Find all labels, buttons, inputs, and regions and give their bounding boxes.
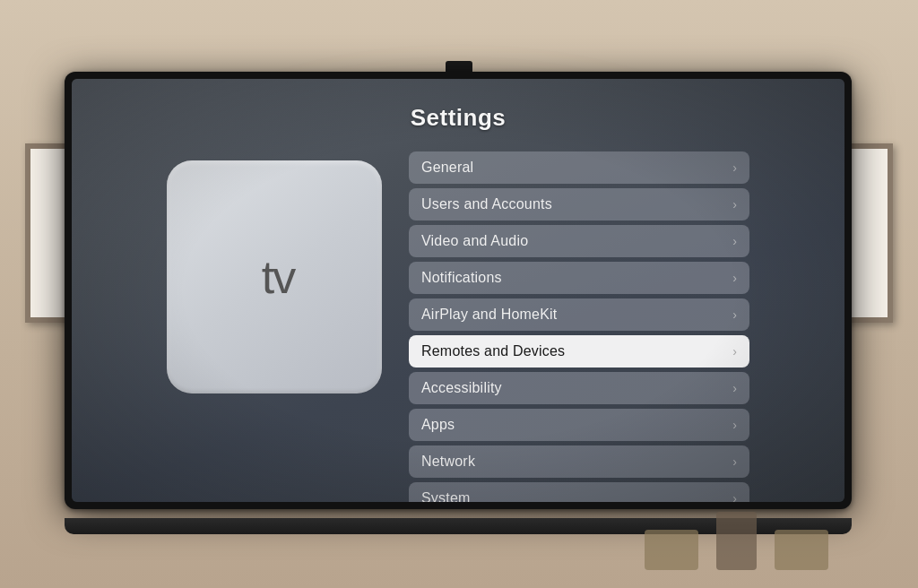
chevron-icon-apps: › xyxy=(732,418,737,432)
chevron-icon-accessibility: › xyxy=(732,381,737,395)
menu-label-network: Network xyxy=(421,454,475,470)
menu-label-users-accounts: Users and Accounts xyxy=(421,196,552,212)
menu-label-airplay-homekit: AirPlay and HomeKit xyxy=(421,307,557,323)
tv-bezel: Settings tv General › Users and Accounts xyxy=(65,72,852,509)
chevron-icon-system: › xyxy=(732,491,737,502)
menu-label-remotes-devices: Remotes and Devices xyxy=(421,343,565,359)
menu-item-system[interactable]: System › xyxy=(409,482,749,502)
menu-item-accessibility[interactable]: Accessibility › xyxy=(409,372,749,404)
menu-item-remotes-devices[interactable]: Remotes and Devices › xyxy=(409,335,749,368)
menu-item-airplay-homekit[interactable]: AirPlay and HomeKit › xyxy=(409,298,749,331)
shelf-decoration-1 xyxy=(645,530,698,570)
screen-title: Settings xyxy=(411,104,507,132)
chevron-icon-notifications: › xyxy=(732,271,737,285)
settings-menu: General › Users and Accounts › Video and… xyxy=(409,151,749,502)
menu-item-video-audio[interactable]: Video and Audio › xyxy=(409,225,749,257)
menu-item-general[interactable]: General › xyxy=(409,151,749,184)
shelf-decoration-2 xyxy=(716,512,757,570)
shelf-decoration-3 xyxy=(775,530,828,570)
chevron-icon-airplay-homekit: › xyxy=(732,307,737,322)
menu-label-general: General xyxy=(421,160,473,176)
shelf-items xyxy=(645,512,828,570)
menu-item-users-accounts[interactable]: Users and Accounts › xyxy=(409,188,749,220)
menu-item-apps[interactable]: Apps › xyxy=(409,409,749,441)
chevron-icon-remotes-devices: › xyxy=(732,344,737,359)
menu-label-video-audio: Video and Audio xyxy=(421,233,528,249)
chevron-icon-general: › xyxy=(732,160,737,175)
menu-label-system: System xyxy=(421,490,471,502)
menu-label-accessibility: Accessibility xyxy=(421,380,502,396)
menu-item-notifications[interactable]: Notifications › xyxy=(409,262,749,294)
tv-text-label: tv xyxy=(262,250,294,304)
chevron-icon-video-audio: › xyxy=(732,234,737,248)
menu-label-apps: Apps xyxy=(421,417,455,433)
room-background: Settings tv General › Users and Accounts xyxy=(0,0,918,588)
screen-content: tv General › Users and Accounts › Video … xyxy=(108,151,809,502)
menu-item-network[interactable]: Network › xyxy=(409,445,749,478)
tv-screen: Settings tv General › Users and Accounts xyxy=(72,79,844,502)
chevron-icon-users-accounts: › xyxy=(732,197,737,212)
chevron-icon-network: › xyxy=(732,454,737,469)
appletv-logo-box: tv xyxy=(167,160,382,393)
menu-label-notifications: Notifications xyxy=(421,270,502,286)
